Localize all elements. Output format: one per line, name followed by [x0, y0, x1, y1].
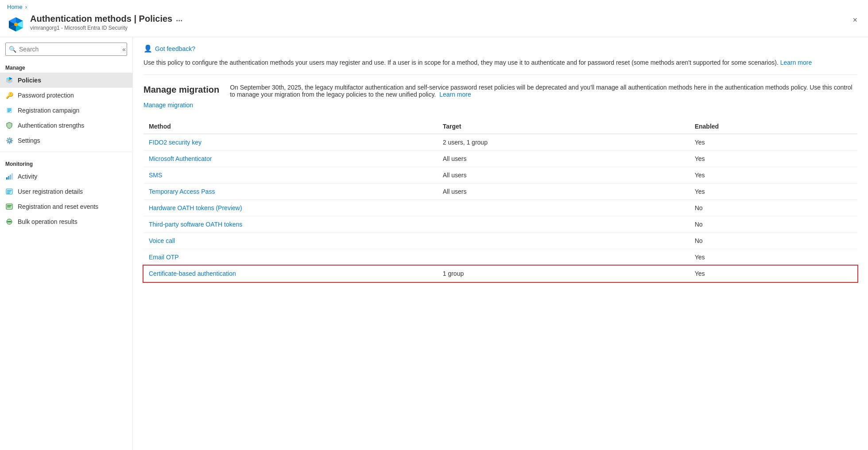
method-name-cell: FIDO2 security key — [143, 134, 438, 151]
sidebar-item-bulk-operation[interactable]: Bulk operation results — [0, 214, 132, 229]
migration-header: Manage migration On September 30th, 2025… — [143, 84, 857, 98]
svg-point-11 — [8, 79, 10, 81]
enabled-cell: Yes — [690, 167, 857, 184]
sidebar: 🔍 « Manage Policies 🔑 Password protectio… — [0, 37, 133, 450]
sidebar-label-activity: Activity — [18, 173, 37, 180]
svg-rect-19 — [12, 173, 13, 180]
migration-learn-more-link[interactable]: Learn more — [439, 91, 471, 98]
target-cell: 1 group — [438, 266, 690, 282]
monitoring-section-label: Monitoring — [0, 156, 132, 169]
svg-rect-28 — [7, 207, 11, 207]
bulk-icon — [5, 218, 13, 226]
enabled-cell: No — [690, 200, 857, 216]
main-panel: 👤 Got feedback? Use this policy to confi… — [133, 37, 868, 450]
svg-rect-17 — [8, 176, 9, 180]
table-row: Certificate-based authentication1 groupY… — [143, 266, 857, 282]
sidebar-label-registration-campaign: Registration campaign — [18, 107, 79, 114]
method-link[interactable]: FIDO2 security key — [149, 139, 202, 146]
method-link[interactable]: Third-party software OATH tokens — [149, 221, 242, 228]
target-cell: All users — [438, 167, 690, 184]
close-button[interactable]: × — [849, 14, 861, 27]
method-name-cell: Microsoft Authenticator — [143, 151, 438, 167]
sidebar-label-policies: Policies — [18, 77, 41, 84]
app-title: Authentication methods | Policies ... — [30, 14, 861, 24]
breadcrumb-home[interactable]: Home — [7, 4, 23, 10]
target-cell — [438, 216, 690, 233]
collapse-button[interactable]: « — [120, 44, 128, 55]
target-cell: 2 users, 1 group — [438, 134, 690, 151]
method-link[interactable]: Certificate-based authentication — [149, 270, 236, 277]
svg-rect-15 — [8, 111, 10, 112]
breadcrumb: Home › — [7, 4, 27, 10]
sidebar-item-settings[interactable]: ⚙️ Settings — [0, 133, 132, 148]
method-name-cell: Temporary Access Pass — [143, 184, 438, 200]
svg-rect-14 — [8, 110, 11, 111]
methods-table: Method Target Enabled FIDO2 security key… — [143, 119, 857, 282]
user-reg-icon — [5, 188, 13, 196]
sidebar-item-user-registration[interactable]: User registration details — [0, 184, 132, 199]
enabled-cell: No — [690, 216, 857, 233]
breadcrumb-bar: Home › — [0, 0, 868, 14]
sidebar-item-password-protection[interactable]: 🔑 Password protection — [0, 88, 132, 103]
sidebar-item-auth-strengths[interactable]: Authentication strengths — [0, 118, 132, 133]
app-header: Authentication methods | Policies ... vi… — [0, 14, 868, 37]
sidebar-label-settings: Settings — [18, 137, 40, 144]
method-name-cell: Voice call — [143, 233, 438, 249]
sidebar-item-registration-campaign[interactable]: Registration campaign — [0, 103, 132, 118]
method-link[interactable]: Hardware OATH tokens (Preview) — [149, 204, 242, 211]
sidebar-label-user-registration: User registration details — [18, 188, 83, 195]
manage-section-label: Manage — [0, 59, 132, 73]
method-link[interactable]: Voice call — [149, 237, 175, 244]
table-row: FIDO2 security key2 users, 1 groupYes — [143, 134, 857, 151]
method-name-cell: Hardware OATH tokens (Preview) — [143, 200, 438, 216]
target-cell: All users — [438, 184, 690, 200]
policy-learn-more-link[interactable]: Learn more — [780, 59, 812, 66]
table-row: Microsoft AuthenticatorAll usersYes — [143, 151, 857, 167]
table-header: Method Target Enabled — [143, 119, 857, 134]
sidebar-item-policies[interactable]: Policies — [0, 73, 132, 88]
method-link[interactable]: Microsoft Authenticator — [149, 155, 212, 162]
policies-icon — [5, 76, 13, 84]
enabled-cell: Yes — [690, 249, 857, 266]
method-link[interactable]: Temporary Access Pass — [149, 188, 215, 195]
col-header-enabled: Enabled — [690, 119, 857, 134]
method-link[interactable]: Email OTP — [149, 254, 179, 261]
table-row: Third-party software OATH tokensNo — [143, 216, 857, 233]
enabled-cell: Yes — [690, 266, 857, 282]
target-cell — [438, 249, 690, 266]
table-row: Hardware OATH tokens (Preview)No — [143, 200, 857, 216]
enabled-cell: No — [690, 233, 857, 249]
table-row: Email OTPYes — [143, 249, 857, 266]
shield-icon — [5, 121, 13, 129]
method-name-cell: Certificate-based authentication — [143, 266, 438, 282]
policy-description: Use this policy to configure the authent… — [143, 58, 857, 75]
table-row: SMSAll usersYes — [143, 167, 857, 184]
svg-rect-18 — [10, 175, 11, 180]
sidebar-item-reg-reset-events[interactable]: Registration and reset events — [0, 199, 132, 214]
svg-rect-24 — [7, 193, 10, 194]
breadcrumb-sep: › — [25, 4, 27, 10]
lock-icon: 🔑 — [5, 91, 13, 99]
enabled-cell: Yes — [690, 134, 857, 151]
sidebar-label-password-protection: Password protection — [18, 92, 74, 99]
header-more-button[interactable]: ... — [176, 14, 182, 23]
manage-migration-link[interactable]: Manage migration — [143, 102, 857, 109]
feedback-row[interactable]: 👤 Got feedback? — [143, 44, 857, 53]
table-row: Voice callNo — [143, 233, 857, 249]
svg-rect-16 — [6, 177, 8, 180]
svg-rect-27 — [7, 205, 12, 206]
sidebar-label-bulk-operation: Bulk operation results — [18, 218, 78, 225]
method-name-cell: Third-party software OATH tokens — [143, 216, 438, 233]
method-link[interactable]: SMS — [149, 172, 162, 179]
sidebar-label-reg-reset-events: Registration and reset events — [18, 203, 98, 210]
svg-rect-23 — [7, 192, 11, 192]
target-cell — [438, 233, 690, 249]
app-icon — [7, 16, 25, 33]
search-icon: 🔍 — [9, 46, 16, 53]
target-cell — [438, 200, 690, 216]
svg-point-32 — [9, 221, 10, 223]
sidebar-item-activity[interactable]: Activity — [0, 169, 132, 184]
search-input[interactable] — [5, 43, 127, 56]
method-name-cell: Email OTP — [143, 249, 438, 266]
col-header-method: Method — [143, 119, 438, 134]
